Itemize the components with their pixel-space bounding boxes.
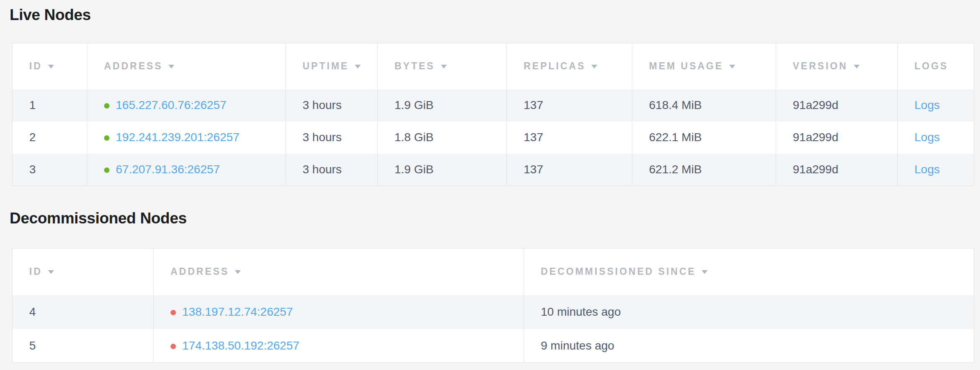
logs-link[interactable]: Logs [914,163,940,176]
sort-arrow-icon [854,65,860,68]
node-id-cell: 5 [13,329,154,363]
replicas-cell: 137 [507,89,632,122]
node-address-cell: 67.207.91.36:26257 [87,154,286,186]
sort-arrow-icon [48,270,54,274]
column-header-decommissioned-since[interactable]: DECOMMISSIONED SINCE [524,248,974,295]
mem-usage-cell: 621.2 MiB [632,154,776,186]
sort-arrow-icon [729,65,735,68]
decommissioned-nodes-title: Decommissioned Nodes [10,210,980,227]
node-address-link[interactable]: 165.227.60.76:26257 [116,99,227,112]
decommissioned-table-header-row: ID ADDRESS DECOMMISSIONED SINCE [13,248,974,295]
live-nodes-table: ID ADDRESS UPTIME BYTES REPLICAS MEM USA… [12,43,974,186]
version-cell: 91a299d [776,122,898,154]
column-header-uptime[interactable]: UPTIME [286,43,378,89]
decommissioned-status-icon [171,310,176,315]
column-label: ID [29,61,42,71]
column-label: ADDRESS [104,61,163,71]
uptime-cell: 3 hours [286,154,378,186]
node-id-cell: 1 [13,89,87,122]
live-nodes-title: Live Nodes [10,6,980,24]
mem-usage-cell: 622.1 MiB [632,122,776,154]
sort-arrow-icon [48,65,54,68]
column-label: DECOMMISSIONED SINCE [541,266,696,277]
column-header-version[interactable]: VERSION [776,43,898,89]
column-header-logs: LOGS [898,43,974,89]
decommissioned-since-cell: 9 minutes ago [524,329,974,363]
table-row: 4 138.197.12.74:26257 10 minutes ago [13,295,974,329]
sort-arrow-icon [355,65,361,68]
column-header-replicas[interactable]: REPLICAS [507,43,632,89]
column-label: REPLICAS [524,61,585,71]
node-address-cell: 174.138.50.192:26257 [154,329,524,363]
node-address-link[interactable]: 138.197.12.74:26257 [182,305,293,318]
live-status-icon [104,135,109,141]
uptime-cell: 3 hours [286,89,378,122]
node-address-link[interactable]: 174.138.50.192:26257 [182,339,299,352]
logs-link[interactable]: Logs [914,99,940,112]
live-status-icon [104,167,109,173]
decommissioned-since-cell: 10 minutes ago [524,295,974,329]
live-table-header-row: ID ADDRESS UPTIME BYTES REPLICAS MEM USA… [13,43,974,89]
logs-link[interactable]: Logs [914,131,940,144]
column-header-bytes[interactable]: BYTES [378,43,507,89]
logs-cell: Logs [898,122,974,154]
table-row: 2 192.241.239.201:26257 3 hours 1.8 GiB … [13,122,974,154]
column-label: VERSION [793,61,848,71]
bytes-cell: 1.8 GiB [378,122,507,154]
decommissioned-status-icon [171,344,176,349]
version-cell: 91a299d [776,154,898,186]
node-address-cell: 138.197.12.74:26257 [154,295,524,329]
column-header-address[interactable]: ADDRESS [154,248,524,295]
column-label: LOGS [914,61,948,71]
node-address-cell: 165.227.60.76:26257 [87,89,286,122]
node-address-cell: 192.241.239.201:26257 [87,122,286,154]
column-label: BYTES [395,61,435,71]
logs-cell: Logs [898,154,974,186]
bytes-cell: 1.9 GiB [378,154,507,186]
sort-arrow-icon [235,270,241,274]
column-label: UPTIME [303,61,349,71]
column-header-id[interactable]: ID [13,43,87,89]
node-address-link[interactable]: 192.241.239.201:26257 [116,131,239,144]
table-row: 3 67.207.91.36:26257 3 hours 1.9 GiB 137… [13,154,974,186]
column-header-id[interactable]: ID [13,248,154,295]
sort-arrow-icon [591,65,597,68]
replicas-cell: 137 [507,154,632,186]
column-label: ADDRESS [171,266,229,277]
replicas-cell: 137 [507,122,632,154]
sort-arrow-icon [441,65,447,68]
column-label: ID [29,266,42,277]
table-row: 5 174.138.50.192:26257 9 minutes ago [13,329,974,363]
node-address-link[interactable]: 67.207.91.36:26257 [116,163,220,176]
node-id-cell: 2 [13,122,87,154]
column-header-mem-usage[interactable]: MEM USAGE [632,43,776,89]
node-id-cell: 4 [13,295,154,329]
table-row: 1 165.227.60.76:26257 3 hours 1.9 GiB 13… [13,89,974,122]
uptime-cell: 3 hours [286,122,378,154]
column-header-address[interactable]: ADDRESS [87,43,286,89]
mem-usage-cell: 618.4 MiB [632,89,776,122]
logs-cell: Logs [898,89,974,122]
column-label: MEM USAGE [649,61,723,71]
version-cell: 91a299d [776,89,898,122]
sort-arrow-icon [168,65,174,68]
sort-arrow-icon [702,270,708,274]
bytes-cell: 1.9 GiB [378,89,507,122]
node-list-page: Live Nodes ID ADDRESS UPTIME BYTES REPLI… [0,6,980,363]
node-id-cell: 3 [13,154,87,186]
live-status-icon [104,103,109,109]
decommissioned-nodes-table: ID ADDRESS DECOMMISSIONED SINCE 4 138.19… [12,248,974,363]
